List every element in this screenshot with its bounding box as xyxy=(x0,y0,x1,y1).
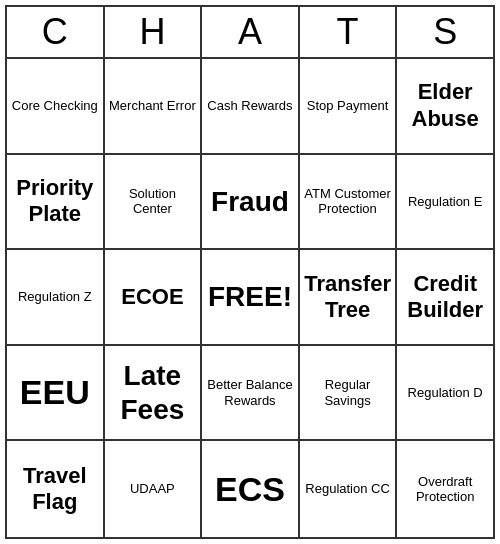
bingo-cell: Overdraft Protection xyxy=(397,441,493,537)
bingo-header: CHATS xyxy=(7,7,493,59)
bingo-cell: ATM Customer Protection xyxy=(300,155,398,251)
bingo-cell: Credit Builder xyxy=(397,250,493,346)
bingo-cell: Solution Center xyxy=(105,155,203,251)
header-letter: T xyxy=(300,7,398,59)
bingo-cell: Stop Payment xyxy=(300,59,398,155)
bingo-cell: ECOE xyxy=(105,250,203,346)
bingo-cell: Regular Savings xyxy=(300,346,398,442)
bingo-card: CHATS Core CheckingMerchant ErrorCash Re… xyxy=(5,5,495,539)
bingo-cell: Better Balance Rewards xyxy=(202,346,300,442)
bingo-cell: Regulation Z xyxy=(7,250,105,346)
bingo-cell: Regulation D xyxy=(397,346,493,442)
bingo-cell: FREE! xyxy=(202,250,300,346)
bingo-grid: Core CheckingMerchant ErrorCash RewardsS… xyxy=(7,59,493,537)
bingo-cell: Regulation E xyxy=(397,155,493,251)
bingo-cell: Core Checking xyxy=(7,59,105,155)
bingo-row: Priority PlateSolution CenterFraudATM Cu… xyxy=(7,155,493,251)
header-letter: H xyxy=(105,7,203,59)
bingo-cell: EEU xyxy=(7,346,105,442)
bingo-cell: Elder Abuse xyxy=(397,59,493,155)
bingo-cell: ECS xyxy=(202,441,300,537)
header-letter: S xyxy=(397,7,493,59)
bingo-cell: Late Fees xyxy=(105,346,203,442)
bingo-cell: Fraud xyxy=(202,155,300,251)
header-letter: C xyxy=(7,7,105,59)
bingo-cell: Travel Flag xyxy=(7,441,105,537)
bingo-row: EEULate FeesBetter Balance RewardsRegula… xyxy=(7,346,493,442)
bingo-cell: Priority Plate xyxy=(7,155,105,251)
bingo-cell: Cash Rewards xyxy=(202,59,300,155)
bingo-cell: UDAAP xyxy=(105,441,203,537)
bingo-cell: Merchant Error xyxy=(105,59,203,155)
bingo-row: Travel FlagUDAAPECSRegulation CCOverdraf… xyxy=(7,441,493,537)
bingo-cell: Regulation CC xyxy=(300,441,398,537)
bingo-row: Regulation ZECOEFREE!Transfer TreeCredit… xyxy=(7,250,493,346)
bingo-cell: Transfer Tree xyxy=(300,250,398,346)
header-letter: A xyxy=(202,7,300,59)
bingo-row: Core CheckingMerchant ErrorCash RewardsS… xyxy=(7,59,493,155)
